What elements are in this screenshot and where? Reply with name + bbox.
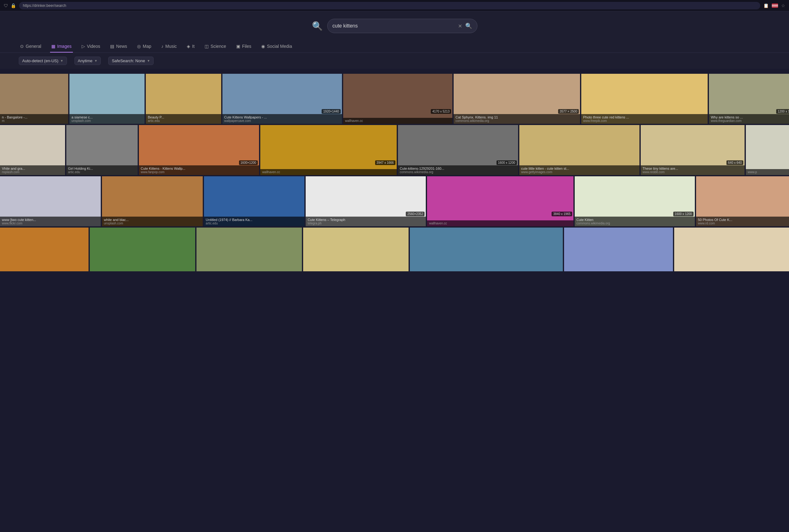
image-title: Untitled (1974) // Barbara Ka... bbox=[206, 218, 303, 222]
image-placeholder bbox=[410, 228, 563, 271]
tab-map-label: Map bbox=[143, 44, 151, 49]
image-item[interactable]: Untitled (1974) // Barbara Ka...artic.ed… bbox=[204, 176, 305, 226]
image-item[interactable]: white and blac...unsplash.com bbox=[102, 176, 203, 226]
image-item[interactable]: 1600 x 1200Cute-kittens-12929201-160...c… bbox=[398, 125, 518, 175]
image-item[interactable]: Beauty P...artic.edu bbox=[146, 74, 221, 124]
image-placeholder bbox=[197, 228, 302, 271]
image-item[interactable]: Photo three cute red kittens ...www.free… bbox=[581, 74, 708, 124]
image-label: Cute Kittens Wallpapers - ...wallpaperca… bbox=[222, 114, 342, 124]
image-item[interactable]: n - Bangalore -...m bbox=[0, 74, 68, 124]
url-bar[interactable]: https://drinker.beer/search bbox=[19, 2, 760, 10]
image-item[interactable]: Girl Holding Ki...artic.edu bbox=[66, 125, 137, 175]
image-title: cute little kitten - cute kitten st... bbox=[521, 167, 638, 170]
image-item[interactable]: 3947 x 1666wallhaven.cc bbox=[260, 125, 397, 175]
time-chevron-icon: ▼ bbox=[94, 59, 97, 62]
time-filter[interactable]: Anytime ▼ bbox=[74, 57, 101, 65]
image-item[interactable]: 50 Photos Of Cute K...www.rd.com bbox=[696, 176, 789, 226]
search-input[interactable] bbox=[333, 23, 455, 29]
tab-general[interactable]: ⊙ General bbox=[19, 41, 42, 53]
image-item[interactable]: 3577 × 2500Cat Sphynx. Kittens. img 11co… bbox=[454, 74, 580, 124]
image-label: www.p bbox=[746, 169, 789, 175]
image-domain: www.gettyimages.com bbox=[521, 170, 638, 174]
image-item[interactable] bbox=[0, 228, 89, 271]
image-item[interactable]: 1200 x 1200Why are kittens so ...www.the… bbox=[709, 74, 789, 124]
image-title: Why are kittens so ... bbox=[711, 115, 789, 119]
image-label: Cute Kittens - Kittens Wallp...www.fanpo… bbox=[139, 165, 259, 175]
image-domain: www.fanpop.com bbox=[141, 170, 257, 174]
image-domain: wallhaven.cc bbox=[345, 119, 451, 122]
tab-news-label: News bbox=[116, 44, 127, 49]
image-dimension-badge: 3947 x 1666 bbox=[375, 160, 396, 165]
tab-map[interactable]: ◎ Map bbox=[136, 41, 152, 53]
browser-bar: 🛡 🔒 https://drinker.beer/search 📋 ☆ bbox=[0, 0, 789, 11]
image-title: 50 Photos Of Cute K... bbox=[698, 218, 789, 222]
lock-icon: 🔒 bbox=[11, 3, 16, 8]
image-title: Girl Holding Ki... bbox=[68, 167, 136, 170]
search-submit-icon[interactable]: 🔍 bbox=[465, 22, 472, 30]
image-item[interactable]: www [two cute kitten...www.flickr.com bbox=[0, 176, 101, 226]
image-domain: www.theguardian.com bbox=[711, 119, 789, 122]
image-domain: wallhaven.cc bbox=[262, 170, 395, 174]
image-domain: www.freepik.com bbox=[583, 119, 706, 122]
tab-social[interactable]: ◉ Social Media bbox=[260, 41, 293, 53]
image-dimension-badge: 640 x 640 bbox=[727, 160, 743, 165]
social-icon: ◉ bbox=[261, 44, 265, 49]
image-item[interactable] bbox=[90, 228, 195, 271]
image-item[interactable]: 3840 x 1965wallhaven.cc bbox=[427, 176, 573, 226]
safesearch-filter-label: SafeSearch: None bbox=[112, 58, 145, 63]
image-domain: artic.edu bbox=[148, 119, 219, 122]
image-item[interactable]: a siamese c...unsplash.com bbox=[70, 74, 145, 124]
image-label: wallhaven.cc bbox=[343, 118, 452, 124]
image-item[interactable]: 1600×1200Cute Kittens - Kittens Wallp...… bbox=[139, 125, 259, 175]
tab-it[interactable]: ◈ It bbox=[185, 41, 196, 53]
tab-videos[interactable]: ▷ Videos bbox=[80, 41, 102, 53]
image-item[interactable] bbox=[197, 228, 302, 271]
image-title: www [two cute kitten... bbox=[2, 218, 99, 222]
image-item[interactable]: 1920×1440Cute Kittens Wallpapers - ...wa… bbox=[222, 74, 342, 124]
image-item[interactable] bbox=[564, 228, 673, 271]
image-item[interactable]: Vhite and gra...nsplash.com bbox=[0, 125, 65, 175]
image-item[interactable]: 640 x 640These tiny kittens are...www.re… bbox=[641, 125, 745, 175]
tab-music[interactable]: ♪ Music bbox=[160, 41, 178, 53]
flag-icon bbox=[772, 3, 778, 8]
image-item[interactable]: cute little kitten - cute kitten st...ww… bbox=[519, 125, 640, 175]
bookmark-icon: 📋 bbox=[763, 3, 769, 8]
search-box[interactable]: ✕ 🔍 bbox=[327, 19, 477, 33]
tab-files-label: Files bbox=[242, 44, 252, 49]
shield-icon: 🛡 bbox=[4, 3, 8, 8]
image-label: These tiny kittens are...www.reddit.com bbox=[641, 165, 745, 175]
browser-nav-icons: 🛡 🔒 bbox=[4, 3, 16, 8]
url-text: https://drinker.beer/search bbox=[23, 3, 66, 8]
image-row-2: www [two cute kitten...www.flickr.comwhi… bbox=[0, 176, 789, 226]
image-label: Cute Kittencommons.wikimedia.org bbox=[575, 216, 695, 226]
tab-news[interactable]: ▤ News bbox=[109, 41, 128, 53]
image-item[interactable]: 4170 x 5213wallhaven.cc bbox=[343, 74, 452, 124]
image-title: a siamese c... bbox=[71, 115, 143, 119]
image-label: Cat Sphynx. Kittens. img 11commons.wikim… bbox=[454, 114, 580, 124]
image-item[interactable] bbox=[674, 228, 789, 271]
safesearch-filter[interactable]: SafeSearch: None ▼ bbox=[108, 57, 153, 65]
clear-button[interactable]: ✕ bbox=[458, 23, 462, 29]
image-item[interactable]: www.p bbox=[746, 125, 789, 175]
language-filter[interactable]: Auto-detect (en-US) ▼ bbox=[19, 57, 67, 65]
image-item[interactable]: 1600 x 1200Cute Kittencommons.wikimedia.… bbox=[575, 176, 695, 226]
image-dimension-badge: 3840 x 1965 bbox=[552, 212, 572, 216]
science-icon: ◫ bbox=[205, 44, 209, 49]
image-domain: telegra.ph bbox=[308, 222, 424, 225]
tab-social-label: Social Media bbox=[267, 44, 292, 49]
image-dimension-badge: 1920×1440 bbox=[322, 109, 341, 114]
tab-files[interactable]: ▣ Files bbox=[235, 41, 253, 53]
image-item[interactable]: 2560×2352Cute Kittens – Telegraphtelegra… bbox=[306, 176, 426, 226]
image-placeholder bbox=[746, 125, 789, 175]
tab-images[interactable]: ▦ Images bbox=[50, 41, 73, 53]
image-label: wallhaven.cc bbox=[260, 169, 397, 175]
music-icon: ♪ bbox=[161, 44, 164, 49]
image-label: www [two cute kitten...www.flickr.com bbox=[0, 216, 101, 226]
tab-videos-label: Videos bbox=[87, 44, 100, 49]
tab-science[interactable]: ◫ Science bbox=[203, 41, 227, 53]
image-item[interactable] bbox=[303, 228, 408, 271]
image-domain: commons.wikimedia.org bbox=[456, 119, 578, 122]
image-item[interactable] bbox=[410, 228, 563, 271]
image-title: white and blac... bbox=[104, 218, 201, 222]
image-title: n - Bangalore -... bbox=[2, 115, 66, 119]
